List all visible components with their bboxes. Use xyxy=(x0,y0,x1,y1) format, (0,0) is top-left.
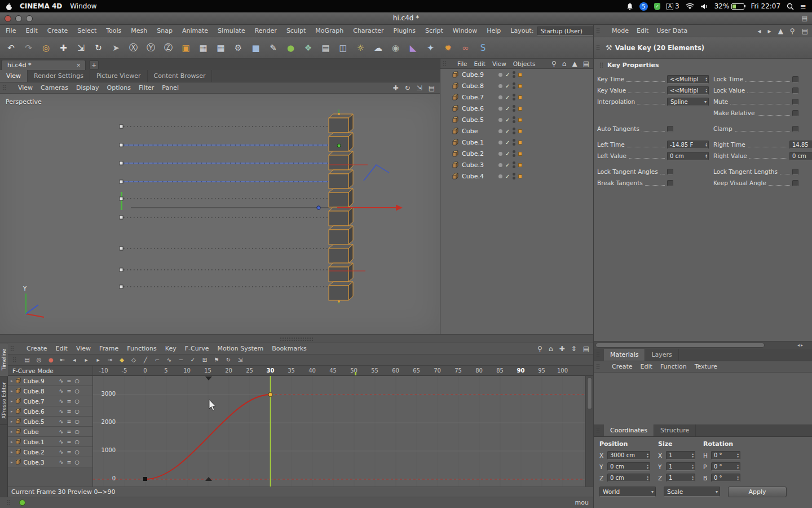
attribute-menu-item[interactable]: Mode xyxy=(612,27,629,34)
disclosure-icon[interactable]: ▸ xyxy=(11,389,13,393)
timeline-menu-item[interactable]: F-Curve xyxy=(185,345,209,352)
layer-dot[interactable] xyxy=(498,163,502,167)
visibility-toggle-dots[interactable] xyxy=(513,94,515,100)
right-time-field[interactable]: 14.85 xyxy=(789,141,812,149)
visibility-toggle-dots[interactable] xyxy=(513,116,515,123)
last-tool-icon[interactable]: ➤ xyxy=(108,40,123,56)
home-icon[interactable]: ⌂ xyxy=(547,345,555,352)
viewport-menu-item[interactable]: Cameras xyxy=(41,84,68,91)
stepper[interactable]: ▴▾ xyxy=(705,142,708,147)
track-list-icon[interactable]: ≡ xyxy=(66,408,72,414)
orbit-view-icon[interactable]: ↻ xyxy=(403,85,412,91)
notification-badge[interactable]: 5 xyxy=(639,2,648,11)
render-settings-icon[interactable]: ⚙ xyxy=(231,40,246,56)
object-manager-menu-item[interactable]: View xyxy=(492,60,506,67)
stepper[interactable]: ▴▾ xyxy=(691,464,694,469)
history-forward-icon[interactable]: ▸ xyxy=(766,28,773,34)
parent-up-icon[interactable]: ▲ xyxy=(570,60,579,67)
panel-grip[interactable] xyxy=(596,45,600,51)
rotation-field[interactable]: 0 ° ▴▾ xyxy=(711,474,740,482)
search-icon[interactable]: ⚲ xyxy=(550,60,558,67)
enabled-check-icon[interactable]: ✓ xyxy=(505,117,510,123)
object-row[interactable]: Cube.7 ✓ xyxy=(440,91,593,103)
window-panel-icon[interactable]: ▤ xyxy=(802,15,807,22)
timeline-menu-item[interactable]: Bookmarks xyxy=(272,345,306,352)
position-field[interactable]: 0 cm ▴▾ xyxy=(607,474,650,482)
record-icon[interactable]: ● xyxy=(46,356,56,365)
auto-tangent-icon[interactable]: ✓ xyxy=(188,356,198,365)
viewport-menu-item[interactable]: Display xyxy=(76,84,99,91)
docked-panel-tab[interactable]: XPresso Editor xyxy=(0,376,8,425)
track-list-icon[interactable]: ≡ xyxy=(66,388,72,394)
eye-icon[interactable]: ◎ xyxy=(34,356,44,365)
lock-y-icon[interactable]: Ⓨ xyxy=(143,40,158,56)
disclosure-icon[interactable]: ▸ xyxy=(11,460,13,465)
toggle-views-icon[interactable]: ▤ xyxy=(427,85,436,91)
size-field[interactable]: 1 ▴▾ xyxy=(666,474,695,482)
battery-menu[interactable]: 32% xyxy=(714,2,745,10)
zoom-view-icon[interactable]: ⇲ xyxy=(415,85,424,91)
keyframe-state-icon[interactable] xyxy=(518,95,522,99)
left-time-field[interactable]: -14.85 F ▴▾ xyxy=(667,141,709,149)
sky-icon[interactable]: ☁ xyxy=(370,40,386,56)
panel-icon[interactable]: ▤ xyxy=(581,345,591,352)
visibility-toggle-dots[interactable] xyxy=(513,161,515,168)
curve-icon[interactable]: ∿ xyxy=(59,459,64,465)
sketch-toon-icon[interactable]: S xyxy=(475,40,491,56)
keyframe-state-icon[interactable] xyxy=(518,152,522,156)
menubar-item[interactable]: Animate xyxy=(182,27,208,34)
materials-menu-item[interactable]: Texture xyxy=(695,363,717,370)
lock-tangent-angles-checkbox[interactable] xyxy=(667,169,673,175)
object-row[interactable]: Cube.9 ✓ xyxy=(440,69,593,80)
visibility-toggle-dots[interactable] xyxy=(513,139,515,146)
clamp-checkbox[interactable] xyxy=(792,126,798,132)
document-tab[interactable]: hi.c4d * ✕ xyxy=(1,60,86,70)
object-row[interactable]: Cube.3 ✓ xyxy=(440,159,593,170)
menubar-item[interactable]: File xyxy=(6,27,16,34)
viewport-tab[interactable]: View xyxy=(0,70,28,82)
filter-icon[interactable]: ▤ xyxy=(22,356,32,365)
layer-dot[interactable] xyxy=(498,73,502,77)
fcurve-graph[interactable]: 3000200010000 xyxy=(93,376,585,487)
materials-menu-item[interactable]: Create xyxy=(612,363,633,370)
timeline-menu-item[interactable]: Motion System xyxy=(218,345,264,352)
menubar-item[interactable]: Simulate xyxy=(218,27,245,34)
keyframe-state-icon[interactable] xyxy=(518,118,522,122)
object-row[interactable]: Cube.8 ✓ xyxy=(440,80,593,91)
viewport-canvas[interactable]: Y Perspective xyxy=(0,94,440,334)
menubar-item[interactable]: Script xyxy=(425,27,443,34)
curve-icon[interactable]: ∿ xyxy=(59,428,64,435)
timeline-menu-item[interactable]: Create xyxy=(27,345,47,352)
curve-icon[interactable]: ∿ xyxy=(59,388,64,394)
visibility-toggle-dots[interactable] xyxy=(513,150,515,157)
keyframe-state-icon[interactable] xyxy=(518,141,522,144)
move-icon[interactable]: ✚ xyxy=(56,40,71,56)
solo-dot-icon[interactable]: ○ xyxy=(74,408,80,414)
layer-dot[interactable] xyxy=(498,129,502,133)
visibility-toggle-dots[interactable] xyxy=(513,105,515,112)
bend-deformer-icon[interactable]: ◣ xyxy=(405,40,421,56)
layer-dot[interactable] xyxy=(498,152,502,156)
track-row[interactable]: ▸ Cube.9 ∿ ≡ ○ xyxy=(8,376,92,386)
curve-icon[interactable]: ∿ xyxy=(59,418,64,424)
delete-key-icon[interactable]: ◇ xyxy=(129,356,139,365)
disclosure-icon[interactable]: ▸ xyxy=(11,450,13,454)
menubar-item[interactable]: Help xyxy=(487,27,501,34)
key-properties-header[interactable]: Key Properties xyxy=(597,60,812,70)
stepper[interactable]: ▴▾ xyxy=(736,464,739,469)
enabled-check-icon[interactable]: ✓ xyxy=(505,162,510,168)
viewport-menu-item[interactable]: Panel xyxy=(162,84,179,91)
panel-grip[interactable] xyxy=(2,85,6,91)
shield-status-icon[interactable]: ✓ xyxy=(654,3,660,10)
viewport-menu-item[interactable]: View xyxy=(18,84,33,91)
spline-pen-icon[interactable]: ✎ xyxy=(266,40,281,56)
lock-value-checkbox[interactable] xyxy=(792,87,798,94)
disclosure-icon[interactable]: ▸ xyxy=(11,409,13,414)
disclosure-icon[interactable]: ▸ xyxy=(11,430,13,434)
auto-tangents-checkbox[interactable] xyxy=(667,126,673,132)
macos-menu-window[interactable]: Window xyxy=(70,2,96,10)
panel-grip[interactable] xyxy=(596,28,600,34)
timeline-menu-item[interactable]: Functions xyxy=(127,345,157,352)
menubar-clock[interactable]: Fri 22:07 xyxy=(751,2,780,10)
right-value-field[interactable]: 0 cm xyxy=(789,152,812,160)
